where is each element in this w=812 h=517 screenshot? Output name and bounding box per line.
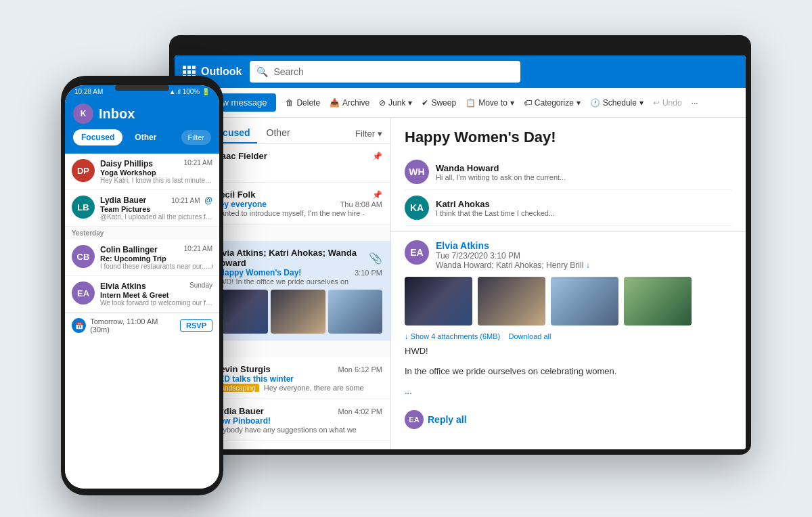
sender-row: WH Wanda Howard Hi all, I'm writing to a… (405, 154, 732, 190)
sender-name: Elvia Atkins (100, 282, 146, 291)
delete-button[interactable]: 🗑 Delete (286, 98, 320, 108)
more-button[interactable]: ··· (692, 98, 698, 108)
search-bar[interactable]: 🔍 Search (250, 61, 520, 83)
email-reading-title: Happy Women's Day! (405, 129, 732, 146)
show-attachments-link[interactable]: ↓ Show 4 attachments (6MB) (405, 332, 502, 340)
attachment-thumb[interactable] (478, 277, 545, 325)
email-subject: Yoga Workshop (100, 168, 212, 177)
attachment-icon: 📎 (369, 252, 382, 265)
pin-icon: 📌 (372, 190, 382, 200)
avatar: LB (72, 196, 95, 219)
archive-button[interactable]: 📥 Archive (330, 98, 369, 108)
email-subject: › Happy Women's Day! (214, 268, 301, 277)
sender-date: Tue 7/23/2020 3:10 PM (436, 251, 732, 261)
attachment-thumb[interactable] (624, 277, 692, 325)
phone-notch (115, 85, 169, 91)
calendar-icon: 📅 (72, 318, 86, 333)
phone-filter-button[interactable]: Filter (181, 130, 211, 145)
undo-icon: ↩ (653, 98, 660, 108)
sender-name: Katri Ahokas (436, 199, 732, 209)
tab-other[interactable]: Other (260, 123, 297, 143)
email-subject: Team Pictures (100, 205, 212, 213)
reading-header: Happy Women's Day! WH Wanda Howard Hi al… (391, 118, 746, 232)
archive-icon: 📥 (330, 98, 340, 108)
phone-user-avatar[interactable]: K (73, 104, 93, 124)
email-body-2: In the office we pride ourselves on cele… (405, 365, 732, 378)
search-placeholder: Search (273, 66, 303, 77)
phone-email-list: DP Daisy Phillips 10:21 AM Yoga Workshop… (65, 154, 219, 489)
undo-button[interactable]: ↩ Undo (653, 98, 682, 108)
email-preview: Wanted to introduce myself, I'm the new … (214, 209, 382, 217)
email-preview: Anybody have any suggestions on what we (214, 426, 382, 434)
categorize-icon: 🏷 (524, 98, 532, 108)
email-preview: @Katri, I uploaded all the pictures fro.… (100, 213, 212, 221)
tablet-screen: Outlook 🔍 Search ☰ New message 🗑 Delete … (175, 55, 746, 449)
phone-time: 10:28 AM (74, 88, 103, 95)
email-time: Mon 6:12 PM (338, 365, 382, 374)
avatar: EA (405, 240, 429, 265)
email-time: 10:21 AM @ (171, 196, 212, 205)
sender-name: Daisy Phillips (100, 159, 153, 168)
outlook-logo-text: Outlook (201, 66, 242, 78)
email-preview: Landscaping Hey everyone, there are some (214, 384, 382, 392)
sweep-button[interactable]: ✔ Sweep (422, 98, 456, 108)
email-time: Sunday (189, 282, 212, 291)
sender-name: Wanda Howard (436, 163, 732, 173)
phone-email-item[interactable]: CB Colin Ballinger 10:21 AM Re: Upcoming… (65, 240, 219, 276)
delete-icon: 🗑 (286, 98, 294, 108)
reply-all-label: Reply all (428, 414, 467, 425)
phone-tab-focused[interactable]: Focused (73, 129, 122, 145)
phone-email-item[interactable]: EA Elvia Atkins Sunday Intern Meet & Gre… (65, 276, 219, 313)
scene: Outlook 🔍 Search ☰ New message 🗑 Delete … (34, 22, 778, 495)
attachment-thumb[interactable] (551, 277, 618, 325)
rsvp-button[interactable]: RSVP (180, 319, 212, 332)
phone-tab-other[interactable]: Other (127, 129, 164, 145)
reply-all-button[interactable]: EA Reply all (405, 405, 732, 434)
phone-tabs: Focused Other Filter (73, 129, 211, 145)
event-label: Tomorrow, 11:00 AM (30m) (90, 317, 176, 334)
move-icon: 📋 (466, 98, 476, 108)
attachment-thumb (328, 290, 382, 334)
email-preview: I found these restaurants near our... 3 (100, 263, 212, 270)
junk-button[interactable]: ⊘ Junk ▾ (379, 98, 412, 108)
categorize-button[interactable]: 🏷 Categorize ▾ (524, 98, 581, 108)
email-subject: New Pinboard! (214, 416, 382, 426)
phone-signal: ▲.il 100% 🔋 (169, 88, 210, 95)
email-body-ellipsis: ... (405, 384, 732, 398)
reading-body: EA Elvia Atkins Tue 7/23/2020 3:10 PM Wa… (391, 232, 746, 449)
email-body-1: HWD! (405, 344, 732, 358)
tablet-content: Focused Other Filter ▾ IF Isaac Fielder (175, 118, 746, 449)
schedule-button[interactable]: 🕐 Schedule ▾ (590, 98, 644, 108)
email-time: Thu 8:08 AM (340, 200, 382, 208)
sender-name: Lydia Bauer (100, 196, 146, 205)
phone-email-item[interactable]: LB Lydia Bauer 10:21 AM @ Team Pictures … (65, 190, 219, 227)
avatar: CB (72, 245, 95, 268)
email-subject: Re: Upcoming Trip (100, 254, 212, 263)
filter-button[interactable]: Filter ▾ (355, 129, 382, 139)
avatar: EA (72, 282, 95, 305)
pin-icon: 📌 (372, 152, 382, 161)
sender-name: Colin Ballinger (100, 245, 158, 254)
sender-preview: I think that the Last time I checked... (436, 209, 732, 217)
attachments-info: ↓ Show 4 attachments (6MB) Download all (405, 332, 732, 340)
download-all-link[interactable]: Download all (508, 332, 551, 340)
junk-icon: ⊘ (379, 98, 386, 108)
attachment-thumb (271, 290, 325, 334)
sender-row: KA Katri Ahokas I think that the Last ti… (405, 190, 732, 226)
phone-calendar-event: 📅 Tomorrow, 11:00 AM (30m) RSVP (65, 313, 219, 338)
sweep-icon: ✔ (422, 98, 428, 108)
mention-badge: @ (204, 196, 212, 205)
tablet-header: Outlook 🔍 Search (175, 55, 746, 88)
sender-name: Elvia Atkins; Katri Ahokas; Wanda Howard (214, 248, 369, 268)
email-time: Mon 11:20 AM (334, 449, 382, 450)
attachment-thumb[interactable] (405, 277, 472, 325)
reading-pane: Happy Women's Day! WH Wanda Howard Hi al… (391, 118, 746, 449)
email-time: Mon 4:02 PM (338, 407, 382, 415)
email-time: 10:21 AM (184, 159, 212, 168)
move-to-button[interactable]: 📋 Move to ▾ (466, 98, 514, 108)
email-time: 10:21 AM (184, 245, 212, 254)
phone-email-item[interactable]: DP Daisy Phillips 10:21 AM Yoga Workshop… (65, 154, 219, 190)
schedule-icon: 🕐 (590, 98, 600, 108)
unread-badge: 3 (212, 263, 212, 270)
email-preview: HWD! In the office we pride ourselves on (214, 277, 382, 286)
